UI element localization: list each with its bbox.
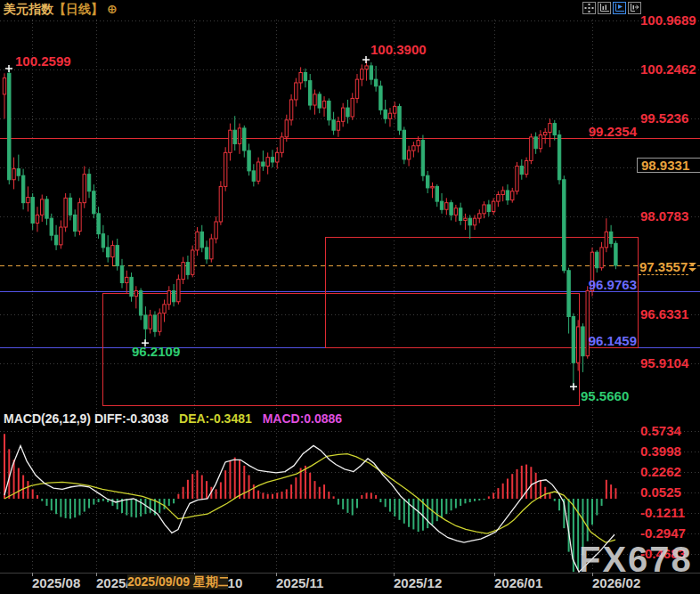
chart-canvas[interactable] [0, 0, 700, 594]
candle-body [596, 252, 598, 268]
symbol-name: 美元指数 [4, 2, 53, 16]
candle-body [417, 141, 419, 146]
candle-body [106, 248, 109, 257]
candle-body [374, 79, 377, 86]
candle-body [159, 313, 161, 332]
add-indicator-icon[interactable]: ⊕ [107, 2, 118, 16]
candle-body [69, 198, 71, 215]
candle-body [248, 151, 250, 171]
candle-body [459, 208, 461, 221]
candle-body [64, 198, 67, 227]
candle-body [167, 291, 170, 305]
candle-body [60, 227, 62, 245]
candle-body [403, 130, 405, 159]
diff-line [4, 445, 615, 572]
candle-body [464, 218, 467, 220]
candle-body [163, 305, 166, 313]
candle-body [83, 175, 85, 203]
candle-body [276, 152, 279, 162]
candle-body [563, 180, 566, 271]
period-label: 【日线】 [53, 2, 103, 16]
axis-exit-icon[interactable] [628, 2, 641, 14]
candle-body [266, 158, 269, 167]
candle-body [304, 73, 306, 81]
candle-body [478, 214, 481, 218]
candle-body [78, 203, 81, 232]
candle-body [322, 101, 325, 108]
candle-body [8, 73, 11, 179]
candle-body [285, 120, 288, 137]
candle-body [346, 108, 349, 117]
candle-body [93, 191, 95, 214]
candle-body [74, 215, 77, 231]
candle-body [549, 124, 551, 133]
candle-body [309, 81, 312, 105]
candle-body [492, 201, 494, 211]
candle-body [111, 246, 114, 257]
candle-body [139, 291, 142, 315]
candle-body [379, 86, 382, 110]
candle-body [388, 113, 391, 118]
candle-body [149, 315, 151, 329]
candle-body [355, 79, 358, 98]
chart-toolbar [582, 2, 641, 14]
candle-body [196, 232, 199, 250]
candle-body [252, 171, 255, 181]
candle-body [454, 208, 457, 216]
candle-body [427, 175, 429, 188]
candle-body [126, 277, 128, 282]
candle-body [21, 175, 24, 202]
candle-body [36, 215, 38, 223]
candle-body [116, 246, 118, 266]
candle-body [134, 291, 137, 297]
candle-body [615, 243, 617, 265]
candle-body [534, 137, 537, 149]
candle-body [332, 120, 335, 130]
candle-body [289, 100, 292, 120]
candle-body [210, 239, 213, 259]
candle-body [600, 248, 603, 268]
move-icon[interactable] [582, 2, 596, 14]
candle-body [224, 152, 226, 186]
candle-body [468, 218, 471, 225]
candle-body [17, 169, 20, 176]
candle-body [361, 69, 363, 79]
candle-body [299, 73, 302, 83]
candle-body [238, 128, 240, 144]
axis-chart-icon[interactable] [598, 2, 611, 14]
candle-body [205, 248, 208, 259]
candle-body [435, 186, 438, 201]
drawn-rectangle [103, 294, 580, 406]
candle-body [153, 315, 156, 331]
candle-body [31, 198, 34, 224]
candle-body [318, 94, 321, 108]
candle-body [394, 107, 396, 114]
candle-body [398, 107, 401, 131]
candle-body [215, 222, 217, 239]
candle-body [262, 162, 265, 167]
candle-body [516, 167, 518, 191]
candle-body [590, 252, 593, 290]
candle-body [450, 203, 452, 216]
candle-body [182, 263, 184, 280]
candle-body [525, 160, 527, 174]
candle-body [271, 158, 273, 162]
candle-body [497, 195, 500, 202]
candle-body [102, 234, 104, 248]
candle-body [605, 232, 607, 248]
candle-body [341, 108, 344, 121]
candle-body [567, 271, 570, 317]
candle-body [177, 280, 180, 302]
candle-body [313, 94, 316, 105]
candle-body [281, 137, 283, 153]
candle-body [421, 141, 424, 176]
chart-title: 美元指数【日线】 ⊕ [4, 2, 118, 18]
candle-body [412, 146, 415, 151]
candle-body [27, 198, 29, 203]
candle-body [351, 98, 354, 117]
candle-body [558, 135, 560, 180]
candle-body [586, 291, 589, 356]
candle-body [120, 265, 123, 282]
axis-flag-icon[interactable] [613, 2, 626, 14]
candle-body [328, 101, 330, 119]
